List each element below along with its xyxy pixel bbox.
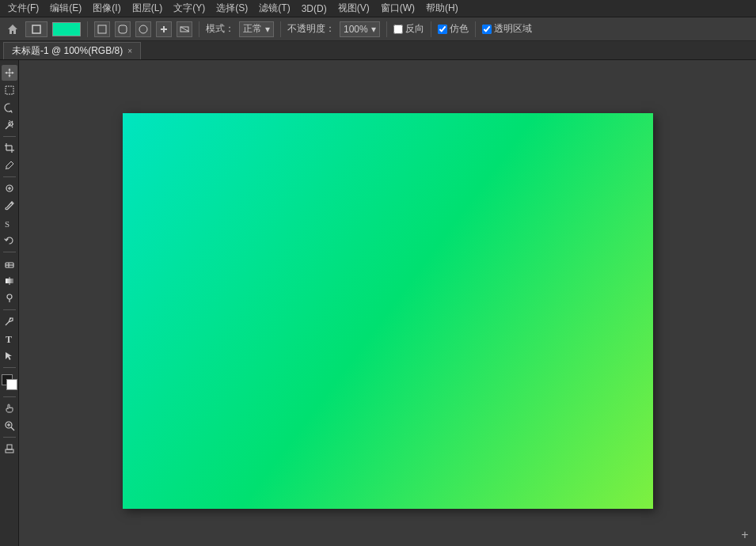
separator-6 (475, 21, 476, 37)
svg-line-12 (12, 121, 13, 122)
opacity-label: 不透明度： (287, 22, 335, 36)
hand-tool[interactable] (2, 400, 17, 416)
separator-3 (280, 21, 281, 37)
text-tool[interactable]: T (2, 331, 17, 347)
background-color[interactable] (6, 379, 17, 390)
tab-bar: 未标题-1 @ 100%(RGB/8) × (0, 41, 756, 60)
transparency-label: 透明区域 (494, 22, 532, 36)
dither-checkbox[interactable] (438, 25, 447, 34)
color-pair[interactable] (2, 374, 17, 390)
menu-image[interactable]: 图像(I) (88, 0, 125, 17)
path-select-tool[interactable] (2, 348, 17, 364)
svg-rect-9 (6, 86, 13, 94)
history-brush-tool[interactable] (2, 233, 17, 248)
svg-line-14 (12, 127, 13, 127)
marquee-tool[interactable] (2, 82, 17, 98)
opacity-chevron: ▾ (371, 24, 376, 35)
pen-tool[interactable] (2, 313, 17, 329)
svg-line-37 (11, 427, 14, 430)
svg-point-3 (139, 25, 147, 33)
svg-text:S: S (5, 219, 9, 229)
extra-tool[interactable] (2, 441, 17, 457)
shape-selector[interactable] (25, 21, 47, 37)
tool-sep-5 (3, 367, 16, 368)
menu-3d[interactable]: 3D(D) (297, 2, 332, 16)
mode-value: 正常 (243, 22, 262, 36)
heal-tool[interactable] (2, 180, 17, 196)
tool-sep-2 (3, 176, 16, 177)
shape-mode-4[interactable] (156, 21, 172, 37)
mode-chevron: ▾ (265, 24, 270, 35)
menu-help[interactable]: 帮助(H) (421, 0, 463, 17)
document-tab[interactable]: 未标题-1 @ 100%(RGB/8) × (3, 42, 141, 59)
clone-stamp-tool[interactable]: S (2, 215, 17, 231)
shape-mode-5[interactable] (177, 21, 192, 37)
menu-layer[interactable]: 图层(L) (127, 0, 168, 17)
svg-rect-41 (7, 445, 12, 449)
opacity-dropdown[interactable]: 100% ▾ (340, 21, 380, 37)
menu-view[interactable]: 视图(V) (333, 0, 374, 17)
tool-sep-6 (3, 396, 16, 397)
svg-line-20 (6, 169, 6, 169)
document-canvas[interactable] (123, 113, 653, 509)
gradient-tool[interactable] (2, 273, 17, 289)
svg-point-31 (7, 294, 12, 299)
brush-tool[interactable] (2, 198, 17, 214)
move-tool[interactable] (2, 65, 17, 81)
canvas-wrapper (123, 113, 653, 509)
separator-5 (431, 21, 431, 37)
svg-rect-40 (6, 449, 13, 453)
svg-marker-8 (5, 68, 14, 78)
canvas-area[interactable]: + (19, 60, 756, 546)
opacity-value: 100% (344, 24, 368, 35)
svg-marker-35 (6, 352, 12, 360)
dodge-tool[interactable] (2, 290, 17, 306)
svg-rect-1 (98, 25, 106, 33)
dither-group: 仿色 (438, 22, 469, 36)
dither-label: 仿色 (450, 22, 469, 36)
svg-point-33 (9, 318, 11, 320)
crop-tool[interactable] (2, 140, 17, 156)
separator-2 (199, 21, 199, 37)
shape-mode-3[interactable] (135, 21, 151, 37)
mode-label: 模式： (206, 22, 234, 36)
mode-dropdown[interactable]: 正常 ▾ (239, 21, 274, 37)
gradient-color-swatch[interactable] (52, 22, 81, 36)
transparency-group: 透明区域 (482, 22, 532, 36)
tool-sep-3 (3, 252, 16, 252)
options-bar: 模式： 正常 ▾ 不透明度： 100% ▾ 反向 仿色 透明区域 (0, 17, 756, 41)
reverse-group: 反向 (393, 22, 424, 36)
shape-mode-1[interactable] (94, 21, 110, 37)
crosshair-icon: + (739, 529, 751, 541)
reverse-label: 反向 (405, 22, 424, 36)
main-layout: S (0, 60, 756, 546)
tab-close-button[interactable]: × (127, 47, 132, 55)
svg-rect-5 (163, 26, 165, 32)
separator-1 (87, 21, 88, 37)
menu-file[interactable]: 文件(F) (3, 0, 44, 17)
menu-filter[interactable]: 滤镜(T) (254, 0, 294, 17)
menu-text[interactable]: 文字(Y) (169, 0, 210, 17)
svg-rect-2 (119, 25, 127, 33)
menu-select[interactable]: 选择(S) (211, 0, 253, 17)
lasso-tool[interactable] (2, 100, 17, 116)
tool-sep-1 (3, 136, 16, 137)
menu-window[interactable]: 窗口(W) (376, 0, 420, 17)
separator-4 (386, 21, 387, 37)
tool-sep-7 (3, 437, 16, 438)
tool-sep-4 (3, 309, 16, 310)
left-toolbar: S (0, 60, 19, 546)
magic-wand-tool[interactable] (2, 117, 17, 133)
zoom-tool[interactable] (2, 418, 17, 434)
home-icon[interactable] (5, 21, 21, 37)
menu-bar: 文件(F) 编辑(E) 图像(I) 图层(L) 文字(Y) 选择(S) 滤镜(T… (0, 0, 756, 17)
svg-rect-0 (32, 25, 40, 33)
transparency-checkbox[interactable] (482, 25, 492, 34)
shape-mode-2[interactable] (115, 21, 131, 37)
eyedropper-tool[interactable] (2, 157, 17, 173)
svg-line-7 (180, 27, 189, 32)
tab-label: 未标题-1 @ 100%(RGB/8) (12, 44, 123, 58)
menu-edit[interactable]: 编辑(E) (45, 0, 86, 17)
eraser-tool[interactable] (2, 256, 17, 271)
reverse-checkbox[interactable] (393, 25, 403, 34)
